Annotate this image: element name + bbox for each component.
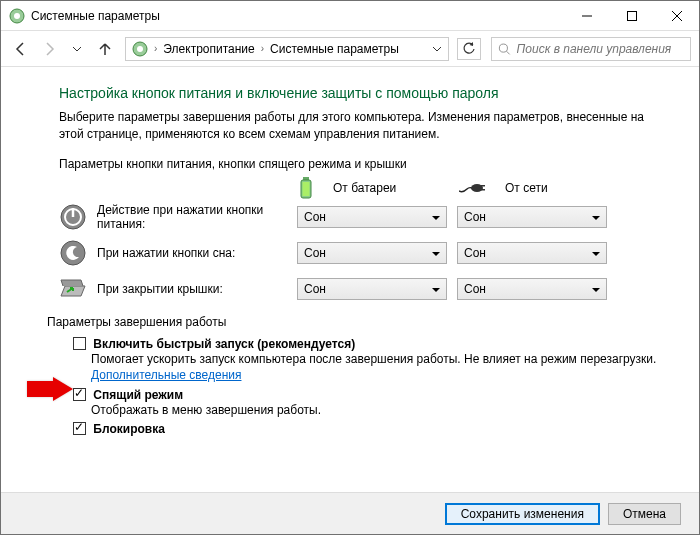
checkbox-fast-startup[interactable] [73, 337, 86, 350]
forward-button[interactable] [37, 37, 61, 61]
search-box[interactable] [491, 37, 691, 61]
dd-power-mains[interactable]: Сон [457, 206, 607, 228]
power-button-icon [60, 204, 86, 230]
svg-line-9 [507, 51, 510, 54]
dd-sleep-mains[interactable]: Сон [457, 242, 607, 264]
svg-point-8 [499, 44, 507, 52]
close-button[interactable] [654, 1, 699, 30]
row-sleep-button: При нажатии кнопки сна: Сон Сон [59, 239, 659, 267]
svg-point-7 [137, 46, 143, 52]
minimize-button[interactable] [564, 1, 609, 30]
lid-icon [59, 278, 87, 300]
dd-power-battery[interactable]: Сон [297, 206, 447, 228]
refresh-button[interactable] [457, 38, 481, 60]
column-battery: От батареи [299, 177, 459, 199]
row-lid-close: При закрытии крышки: Сон Сон [59, 275, 659, 303]
section-power-buttons-title: Параметры кнопки питания, кнопки спящего… [59, 157, 659, 171]
recent-dropdown[interactable] [65, 37, 89, 61]
maximize-button[interactable] [609, 1, 654, 30]
search-input[interactable] [517, 42, 684, 56]
checkbox-lock[interactable] [73, 422, 86, 435]
opt-fast-startup: Включить быстрый запуск (рекомендуется) … [73, 337, 659, 383]
svg-rect-14 [481, 185, 485, 187]
title-bar: Системные параметры [1, 1, 699, 31]
window-title: Системные параметры [31, 9, 564, 23]
annotation-arrow-icon [27, 377, 73, 401]
nav-bar: › Электропитание › Системные параметры [1, 31, 699, 67]
breadcrumb-item-power[interactable]: Электропитание [159, 42, 258, 56]
cancel-button[interactable]: Отмена [608, 503, 681, 525]
page-desc: Выберите параметры завершения работы для… [59, 109, 659, 143]
plug-icon [459, 181, 485, 195]
column-mains: От сети [459, 177, 619, 199]
save-button[interactable]: Сохранить изменения [445, 503, 600, 525]
svg-point-1 [14, 13, 20, 19]
svg-rect-12 [303, 182, 310, 196]
breadcrumb-item-sysparams[interactable]: Системные параметры [266, 42, 403, 56]
opt-sleep: Спящий режим Отображать в меню завершени… [73, 388, 659, 419]
page-heading: Настройка кнопок питания и включение защ… [59, 85, 659, 101]
breadcrumb[interactable]: › Электропитание › Системные параметры [125, 37, 449, 61]
button-bar: Сохранить изменения Отмена [1, 492, 699, 534]
breadcrumb-dropdown[interactable] [428, 38, 446, 60]
svg-rect-15 [481, 189, 485, 191]
back-button[interactable] [9, 37, 33, 61]
up-button[interactable] [93, 37, 117, 61]
checkbox-sleep[interactable] [73, 388, 86, 401]
dd-lid-mains[interactable]: Сон [457, 278, 607, 300]
dd-sleep-battery[interactable]: Сон [297, 242, 447, 264]
app-icon [9, 8, 25, 24]
row-power-button: Действие при нажатии кнопки питания: Сон… [59, 203, 659, 232]
battery-icon [299, 177, 313, 199]
dd-lid-battery[interactable]: Сон [297, 278, 447, 300]
sleep-button-icon [60, 240, 86, 266]
opt-lock: Блокировка [73, 422, 659, 436]
chevron-right-icon: › [259, 43, 266, 54]
power-plan-icon [132, 41, 148, 57]
chevron-right-icon: › [152, 43, 159, 54]
svg-rect-3 [627, 11, 636, 20]
search-icon [498, 42, 511, 56]
link-learn-more[interactable]: Дополнительные сведения [91, 368, 241, 382]
section-shutdown-title: Параметры завершения работы [47, 315, 659, 329]
